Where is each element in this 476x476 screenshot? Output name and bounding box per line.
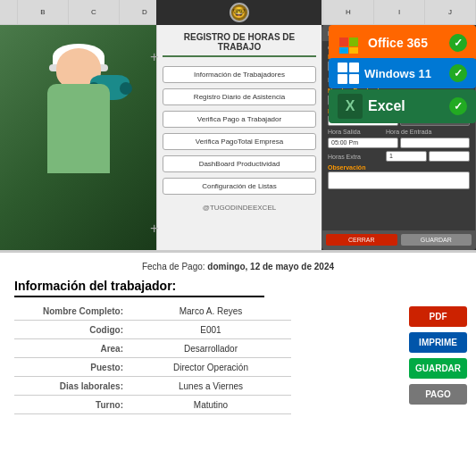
- nombre-completo-row: Nombre Completo: Marco A. Reyes: [14, 306, 291, 321]
- section-title: Información del trabajador:: [14, 279, 264, 297]
- fecha-pago-line: Fecha de Pago: domingo, 12 de mayo de 20…: [14, 262, 462, 271]
- codigo-value: E001: [130, 325, 291, 335]
- nav-btn-asistencia[interactable]: Registro Diario de Asistencia: [163, 88, 316, 105]
- turno-label: Turno:: [14, 400, 130, 410]
- nav-btn-pago-trabajador[interactable]: Verifica Pago a Trabajador: [163, 111, 316, 128]
- windows-check: ✓: [449, 64, 467, 82]
- mask-filter-right: [120, 82, 132, 95]
- windows-text: Windows 11: [364, 67, 431, 80]
- turno-row: Turno: Matutino: [14, 400, 291, 414]
- col-h: H: [323, 0, 374, 25]
- hora-entrada-value[interactable]: [400, 138, 471, 148]
- observacion-section: Observación: [328, 164, 470, 171]
- hora-salida-label: Hora Salida: [328, 129, 386, 135]
- hora-salida-row: Hora Salida Hora de Entrada: [328, 129, 470, 135]
- horas-extra-label: Horas Extra: [328, 154, 386, 160]
- hora-salida-value[interactable]: 05:00 Pm: [328, 138, 398, 148]
- hora-entrada-label: Hora de Entrada: [386, 129, 444, 135]
- win-sq4: [349, 74, 359, 84]
- worker-info-table: Nombre Completo: Marco A. Reyes Codigo: …: [14, 306, 291, 414]
- fecha-pago-value: domingo, 12 de mayo de 2024: [207, 262, 334, 271]
- svg-rect-3: [349, 47, 358, 54]
- excel-logo: X: [338, 94, 363, 119]
- nav-btn-trabajadores[interactable]: Información de Trabajadores: [163, 66, 316, 83]
- svg-rect-2: [339, 47, 348, 54]
- avatar-area: 🤓: [156, 0, 322, 25]
- hora-values-row: 05:00 Pm: [328, 138, 470, 148]
- nav-btn-pago-empresa[interactable]: Verifica PagoTotal Empresa: [163, 133, 316, 150]
- horas-extra-row: Horas Extra 1: [328, 151, 470, 162]
- fecha-pago-label: Fecha de Pago:: [142, 262, 205, 271]
- col-j: J: [425, 0, 476, 25]
- nav-btn-config[interactable]: Configuración de Listas: [163, 178, 316, 195]
- horas-extra-extra[interactable]: [429, 151, 470, 162]
- dialog-footer: CERRAR GUARDAR: [322, 230, 475, 249]
- excel-text: Excel: [368, 98, 405, 114]
- pago-button[interactable]: PAGO: [409, 384, 467, 405]
- windows11-badge: Windows 11 ✓: [329, 58, 476, 88]
- area-row: Area: Desarrollador: [14, 344, 291, 358]
- nombre-completo-label: Nombre Completo:: [14, 306, 130, 316]
- nombre-completo-value: Marco A. Reyes: [130, 306, 291, 316]
- cerrar-button[interactable]: CERRAR: [326, 234, 397, 246]
- guardar-button[interactable]: GUARDAR: [409, 358, 467, 379]
- col-c: C: [69, 0, 120, 25]
- area-value: Desarrollador: [130, 344, 291, 354]
- observacion-field[interactable]: [328, 171, 470, 189]
- social-handle: @TUGODINDEEXCEL: [163, 204, 316, 212]
- worker-body: [47, 84, 110, 173]
- win-sq3: [338, 74, 347, 84]
- office365-badge: Office 365 ✓: [329, 25, 476, 61]
- main-panel-title: REGISTRO DE HORAS DE TRABAJO: [163, 32, 316, 57]
- excel-badge: X Excel ✓: [329, 89, 476, 123]
- nav-btn-dashboard[interactable]: DashBoard Productividad: [163, 155, 316, 172]
- horas-extra-value[interactable]: 1: [386, 151, 427, 162]
- svg-rect-0: [339, 38, 348, 46]
- office365-check: ✓: [449, 34, 467, 52]
- worker-panel: [0, 25, 156, 250]
- imprime-button[interactable]: IMPRIME: [409, 332, 467, 353]
- dias-laborales-row: Dias laborales: Lunes a Viernes: [14, 381, 291, 396]
- codigo-label: Codigo:: [14, 325, 130, 335]
- turno-value: Matutino: [130, 400, 291, 410]
- pdf-button[interactable]: PDF: [409, 306, 467, 327]
- office365-logo: [338, 30, 363, 55]
- action-buttons: PDF IMPRIME GUARDAR PAGO: [409, 306, 467, 405]
- codigo-row: Codigo: E001: [14, 325, 291, 339]
- excel-check: ✓: [449, 97, 467, 115]
- puesto-row: Puesto: Director Operación: [14, 363, 291, 377]
- office365-text: Office 365: [368, 36, 428, 50]
- svg-rect-1: [349, 38, 358, 46]
- avatar: 🤓: [230, 3, 249, 22]
- bottom-section: Fecha de Pago: domingo, 12 de mayo de 20…: [0, 250, 476, 476]
- worker-image: [0, 25, 156, 250]
- top-section: B C D E F G H I J 🤓 REGISTR: [0, 0, 476, 250]
- main-nav-panel: REGISTRO DE HORAS DE TRABAJO Información…: [156, 25, 322, 250]
- worker-figure: [25, 39, 132, 236]
- col-b: B: [18, 0, 69, 25]
- puesto-value: Director Operación: [130, 363, 291, 372]
- dias-laborales-label: Dias laborales:: [14, 381, 130, 391]
- plus-icon-bottomleft: +: [150, 221, 158, 237]
- col-i: I: [374, 0, 425, 25]
- win-sq2: [349, 63, 359, 72]
- windows-logo: [338, 63, 359, 84]
- dias-laborales-value: Lunes a Viernes: [130, 381, 291, 391]
- row-num-header: [0, 0, 18, 25]
- worker-head: [56, 48, 101, 88]
- plus-icon-topleft: +: [150, 49, 158, 65]
- area-label: Area:: [14, 344, 130, 354]
- guardar-dialog-button[interactable]: GUARDAR: [401, 234, 472, 246]
- puesto-label: Puesto:: [14, 363, 130, 372]
- win-sq1: [338, 63, 347, 72]
